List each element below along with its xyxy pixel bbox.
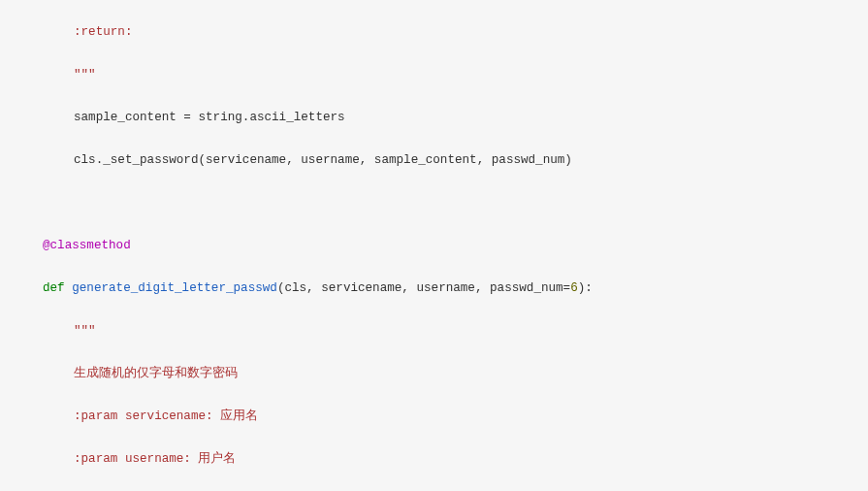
code-text: (cls, servicename, username, passwd_num=	[277, 281, 570, 295]
code-text: """	[12, 64, 96, 85]
code-text: :return:	[12, 21, 132, 43]
code-text: cls._set_password(servicename, username,…	[12, 149, 572, 171]
code-text: sample_content = string.ascii_letters	[12, 107, 345, 128]
code-funcname: generate_digit_letter_passwd	[72, 281, 277, 295]
code-decorator: @classmethod	[12, 235, 131, 256]
code-text: :param username: 用户名	[12, 448, 236, 470]
code-text: 生成随机的仅字母和数字密码	[12, 363, 238, 384]
code-block: :return: """ sample_content = string.asc…	[0, 0, 868, 491]
code-def-line: def generate_digit_letter_passwd(cls, se…	[12, 278, 593, 299]
code-text: ):	[578, 281, 593, 295]
code-number: 6	[570, 281, 578, 295]
code-text: :param servicename: 应用名	[12, 406, 258, 427]
code-text: """	[12, 320, 96, 342]
code-keyword: def	[43, 281, 65, 295]
